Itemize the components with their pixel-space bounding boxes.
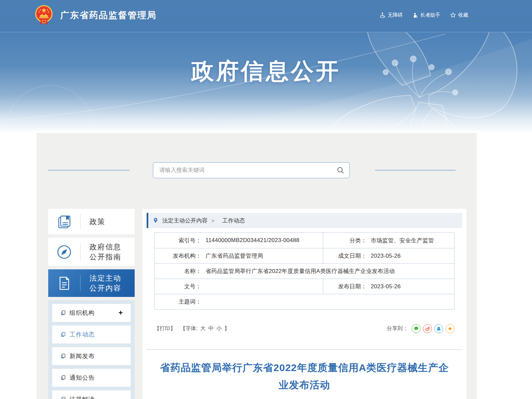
site-brand-link[interactable]: 广东省药品监督管理局 bbox=[34, 5, 157, 26]
submenu-item-work-updates-label: 工作动态 bbox=[69, 331, 95, 338]
sidebar-item-disclosure-guide-label: 政府信息 公开指南 bbox=[80, 242, 121, 262]
publish-date-value: 2023-05-26 bbox=[366, 283, 401, 290]
accessibility-link[interactable]: 无障碍 bbox=[380, 12, 403, 18]
index-number-label: 索引号： bbox=[155, 237, 201, 244]
favorite-link[interactable]: 收藏 bbox=[450, 12, 468, 18]
document-icon bbox=[48, 276, 80, 291]
search-button[interactable] bbox=[337, 167, 344, 174]
article-toolbar: 【打印】 【字体: 大 中 小 】 分享到： bbox=[154, 324, 455, 333]
publish-date-label: 发布日期： bbox=[323, 283, 366, 290]
accessibility-label: 无障碍 bbox=[388, 12, 403, 18]
share-qzone-button[interactable] bbox=[446, 324, 455, 333]
star-icon bbox=[450, 12, 456, 18]
meta-row-index-category: 索引号： 11440000MB2D034421/2023-00488 分类： 市… bbox=[155, 233, 454, 248]
sidebar-submenu: 组织机构 + 工作动态 bbox=[48, 300, 135, 399]
written-date-label: 成文日期： bbox=[323, 252, 366, 260]
breadcrumb-separator: > bbox=[211, 218, 214, 223]
pages-icon bbox=[61, 375, 66, 380]
keywords-label: 主题词： bbox=[155, 298, 201, 306]
banner-title: 政府信息公开 bbox=[0, 56, 532, 86]
pages-icon bbox=[61, 397, 66, 399]
person-icon bbox=[413, 13, 418, 18]
share-label: 分享到： bbox=[387, 325, 408, 332]
sidebar-item-statutory-disclosure[interactable]: 法定主动 公开内容 bbox=[48, 269, 135, 297]
expand-plus-icon[interactable]: + bbox=[118, 309, 123, 317]
category-value: 市场监管、安全生产监管 bbox=[366, 237, 434, 244]
national-emblem-icon bbox=[34, 5, 54, 26]
guide-label-line1: 政府信息 bbox=[89, 243, 121, 251]
search-box bbox=[153, 162, 350, 178]
print-button[interactable]: 【打印】 bbox=[154, 325, 176, 332]
share-wechat-button[interactable] bbox=[412, 324, 421, 333]
qzone-star-icon bbox=[448, 326, 453, 331]
font-size-prefix: 【字体: bbox=[180, 325, 198, 332]
article-title: 省药品监管局举行广东省2022年度质量信用A类医疗器械生产企业发布活动 bbox=[157, 359, 452, 394]
submenu-item-regulation-interpretation[interactable]: 法规解读 bbox=[52, 390, 131, 399]
font-size-small-button[interactable]: 小 bbox=[216, 325, 221, 332]
magnifier-icon bbox=[337, 167, 344, 174]
submenu-item-notices[interactable]: 通知公告 bbox=[52, 369, 131, 387]
pages-icon bbox=[61, 310, 66, 316]
submenu-item-news[interactable]: 新闻发布 bbox=[52, 347, 131, 365]
compass-icon bbox=[48, 244, 80, 260]
decorative-line-right bbox=[375, 170, 456, 171]
weibo-icon bbox=[425, 326, 430, 332]
pages-icon bbox=[61, 353, 66, 359]
main-row: 政策 政府信息 公开指南 bbox=[48, 209, 466, 399]
document-meta-table: 索引号： 11440000MB2D034421/2023-00488 分类： 市… bbox=[154, 232, 455, 310]
book-icon bbox=[48, 214, 80, 229]
share-qq-button[interactable] bbox=[434, 324, 443, 333]
content-card: 政策 政府信息 公开指南 bbox=[37, 133, 477, 399]
sidebar: 政策 政府信息 公开指南 bbox=[48, 209, 135, 399]
written-date-value: 2023-05-26 bbox=[366, 253, 401, 259]
index-number-value: 11440000MB2D034421/2023-00488 bbox=[201, 237, 300, 244]
submenu-item-organization[interactable]: 组织机构 + bbox=[52, 304, 131, 322]
share-weibo-button[interactable] bbox=[423, 324, 432, 333]
elder-helper-link[interactable]: 长者助手 bbox=[413, 12, 440, 18]
banner: 政府信息公开 bbox=[0, 32, 532, 133]
content-panel: 法定主动公开内容 > 工作动态 索引号： 11440000MB2D034421/… bbox=[142, 209, 466, 399]
issuing-agency-label: 发布机构： bbox=[155, 252, 201, 260]
submenu-item-regulation-interpretation-label: 法规解读 bbox=[69, 395, 95, 399]
sidebar-item-statutory-disclosure-label: 法定主动 公开内容 bbox=[80, 273, 121, 293]
breadcrumb-current-work-updates[interactable]: 工作动态 bbox=[222, 217, 245, 224]
share-bar: 分享到： bbox=[387, 324, 455, 333]
page: 广东省药品监督管理局 无障碍 长者助手 bbox=[0, 0, 532, 399]
font-size-medium-button[interactable]: 中 bbox=[208, 325, 213, 332]
font-size-large-button[interactable]: 大 bbox=[200, 325, 205, 332]
statutory-label-line1: 法定主动 bbox=[89, 274, 121, 282]
meta-row-docnumber-publishdate: 文号： 发布日期： 2023-05-26 bbox=[155, 279, 454, 294]
meta-row-agency-date: 发布机构： 广东省药品监督管理局 成文日期： 2023-05-26 bbox=[155, 248, 454, 263]
document-name-value: 省药品监管局举行广东省2022年度质量信用A类医疗器械生产企业发布活动 bbox=[201, 267, 395, 275]
guide-label-line2: 公开指南 bbox=[89, 253, 121, 261]
favorite-label: 收藏 bbox=[458, 12, 468, 18]
statutory-label-line2: 公开内容 bbox=[89, 284, 121, 292]
font-size-controls: 【字体: 大 中 小 】 bbox=[180, 325, 229, 332]
dotted-separator bbox=[147, 349, 462, 350]
wechat-icon bbox=[414, 326, 419, 331]
meta-row-name: 名称： 省药品监管局举行广东省2022年度质量信用A类医疗器械生产企业发布活动 bbox=[155, 263, 454, 279]
submenu-item-work-updates[interactable]: 工作动态 bbox=[52, 326, 131, 343]
breadcrumb: 法定主动公开内容 > 工作动态 bbox=[147, 213, 462, 228]
decorative-line-left bbox=[48, 170, 130, 171]
submenu-item-organization-label: 组织机构 bbox=[69, 309, 95, 317]
elder-helper-label: 长者助手 bbox=[420, 12, 440, 18]
document-number-label: 文号： bbox=[155, 283, 201, 290]
document-name-label: 名称： bbox=[155, 267, 201, 275]
wheelchair-icon bbox=[380, 12, 385, 18]
category-label: 分类： bbox=[323, 237, 366, 244]
meta-row-keywords: 主题词： bbox=[155, 294, 454, 309]
font-size-suffix: 】 bbox=[224, 325, 229, 332]
submenu-item-news-label: 新闻发布 bbox=[69, 352, 95, 360]
search-input[interactable] bbox=[159, 167, 337, 174]
site-title: 广东省药品监督管理局 bbox=[60, 9, 157, 21]
issuing-agency-value: 广东省药品监督管理局 bbox=[201, 252, 263, 260]
sidebar-item-policy[interactable]: 政策 bbox=[48, 209, 135, 234]
submenu-item-notices-label: 通知公告 bbox=[69, 374, 95, 382]
top-links: 无障碍 长者助手 收藏 bbox=[380, 12, 468, 18]
sidebar-item-policy-label: 政策 bbox=[80, 217, 105, 227]
top-bar: 广东省药品监督管理局 无障碍 长者助手 bbox=[0, 0, 532, 32]
sidebar-item-disclosure-guide[interactable]: 政府信息 公开指南 bbox=[48, 238, 135, 266]
pages-icon bbox=[61, 332, 66, 337]
breadcrumb-link-statutory[interactable]: 法定主动公开内容 bbox=[162, 217, 207, 224]
